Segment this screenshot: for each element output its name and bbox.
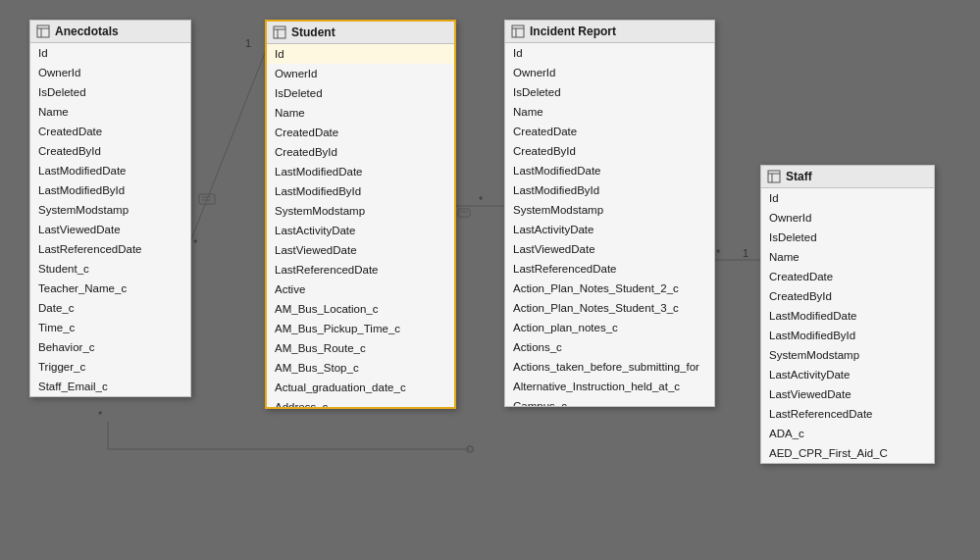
field-row: OwnerId <box>761 208 934 228</box>
rel-mult-5: * <box>716 247 721 259</box>
field-row: Id <box>761 188 934 208</box>
svg-line-0 <box>191 53 265 239</box>
field-row: Name <box>267 103 454 123</box>
field-row: LastModifiedById <box>761 326 934 345</box>
field-row: OwnerId <box>505 63 714 82</box>
field-row: Name <box>30 102 190 122</box>
field-row: CreatedById <box>761 286 934 306</box>
table-staff: Staff Id OwnerId IsDeleted Name CreatedD… <box>760 165 935 464</box>
table-staff-icon <box>767 170 781 183</box>
field-row: AED_CPR_First_Aid_C <box>761 443 934 463</box>
field-row: LastActivityDate <box>267 221 454 240</box>
table-anecdotals: Anecdotals Id OwnerId IsDeleted Name Cre… <box>29 20 191 397</box>
field-row: LastActivityDate <box>761 365 934 384</box>
table-student-header: Student <box>267 22 454 44</box>
table-staff-title: Staff <box>786 170 812 183</box>
field-row: AM_Bus_Pickup_Time_c <box>267 319 454 338</box>
field-row: AM_Bus_Route_c <box>267 338 454 358</box>
table-incident-report: Incident Report Id OwnerId IsDeleted Nam… <box>504 20 715 407</box>
table-incident-report-body[interactable]: Id OwnerId IsDeleted Name CreatedDate Cr… <box>505 43 714 406</box>
field-row: CreatedDate <box>761 267 934 286</box>
table-incident-report-header: Incident Report <box>505 21 714 43</box>
field-row: CreatedById <box>267 142 454 162</box>
field-row: SystemModstamp <box>761 345 934 365</box>
field-row: LastModifiedById <box>267 181 454 201</box>
field-row: IsDeleted <box>267 83 454 103</box>
rel-mult-7: * <box>98 409 103 421</box>
field-row: LastActivityDate <box>505 220 714 239</box>
svg-rect-22 <box>768 171 780 182</box>
field-row: LastViewedDate <box>267 240 454 260</box>
table-staff-body[interactable]: Id OwnerId IsDeleted Name CreatedDate Cr… <box>761 188 934 463</box>
field-row: LastModifiedDate <box>505 161 714 180</box>
rel-mult-6: 1 <box>743 247 748 259</box>
field-row: LastReferencedDate <box>761 404 934 424</box>
field-row: LastViewedDate <box>30 220 190 239</box>
field-row: LastModifiedById <box>30 180 190 200</box>
field-row: SystemModstamp <box>30 200 190 220</box>
table-staff-header: Staff <box>761 166 934 188</box>
field-row: CreatedDate <box>267 123 454 142</box>
field-row: LastModifiedDate <box>267 162 454 181</box>
field-row: Name <box>761 247 934 267</box>
table-incident-icon <box>511 25 525 38</box>
field-row: CreatedById <box>505 141 714 161</box>
table-anecdotals-body: Id OwnerId IsDeleted Name CreatedDate Cr… <box>30 43 190 396</box>
diagram-canvas: * 1 1 * * 1 * Anecdotals <box>0 0 980 560</box>
field-row: IsDeleted <box>505 82 714 102</box>
svg-rect-16 <box>274 26 285 38</box>
field-row: SystemModstamp <box>267 201 454 221</box>
svg-rect-19 <box>512 25 524 37</box>
field-row: OwnerId <box>30 63 190 82</box>
field-row: Trigger_c <box>30 357 190 377</box>
field-row: Id <box>267 44 454 64</box>
table-anecdotals-icon <box>36 25 50 38</box>
field-row: Student_c <box>30 259 190 279</box>
field-row: LastModifiedById <box>505 180 714 200</box>
field-row: Actions_c <box>505 337 714 357</box>
field-row: Actual_graduation_date_c <box>267 378 454 397</box>
svg-rect-1 <box>199 194 215 204</box>
table-incident-report-title: Incident Report <box>530 25 616 38</box>
field-row: Actions_taken_before_submitting_for <box>505 357 714 377</box>
field-row: LastModifiedDate <box>30 161 190 180</box>
field-row: Action_Plan_Notes_Student_3_c <box>505 298 714 318</box>
svg-point-12 <box>467 446 473 452</box>
field-row: Name <box>505 102 714 122</box>
field-row: OwnerId <box>267 64 454 83</box>
field-row: LastReferencedDate <box>267 260 454 280</box>
field-row: IsDeleted <box>761 228 934 247</box>
active-field: Active <box>267 280 454 299</box>
field-row: AM_Bus_Location_c <box>267 299 454 319</box>
field-row: Campus_c <box>505 396 714 406</box>
field-row: ADA_c <box>761 424 934 443</box>
field-row: LastReferencedDate <box>30 239 190 259</box>
field-row: LastViewedDate <box>761 384 934 404</box>
svg-rect-13 <box>37 25 49 37</box>
field-row: Address_c <box>267 397 454 407</box>
field-row: AM_Bus_Stop_c <box>267 358 454 378</box>
table-student: Student Id OwnerId IsDeleted Name Create… <box>265 20 456 409</box>
field-row: Behavior_c <box>30 337 190 357</box>
field-row: SystemModstamp <box>505 200 714 220</box>
field-row: Action_plan_notes_c <box>505 318 714 337</box>
rel-mult-1: * <box>193 237 198 249</box>
field-row: LastViewedDate <box>505 239 714 259</box>
table-anecdotals-header: Anecdotals <box>30 21 190 43</box>
rel-mult-4: * <box>479 194 484 206</box>
field-row: LastReferencedDate <box>505 259 714 279</box>
field-row: Action_Plan_Notes_Student_2_c <box>505 279 714 298</box>
field-row: CreatedDate <box>505 122 714 141</box>
table-student-icon <box>273 25 286 39</box>
field-row: CreatedDate <box>30 122 190 141</box>
field-row: IsDeleted <box>30 82 190 102</box>
field-row: CreatedById <box>30 141 190 161</box>
table-student-title: Student <box>291 25 335 39</box>
rel-mult-2: 1 <box>245 37 251 49</box>
field-row: Time_c <box>30 318 190 337</box>
table-student-body[interactable]: Id OwnerId IsDeleted Name CreatedDate Cr… <box>267 44 454 407</box>
field-row: Id <box>30 43 190 63</box>
svg-rect-7 <box>458 209 470 217</box>
field-row: Date_c <box>30 298 190 318</box>
field-row: Alternative_Instruction_held_at_c <box>505 377 714 396</box>
